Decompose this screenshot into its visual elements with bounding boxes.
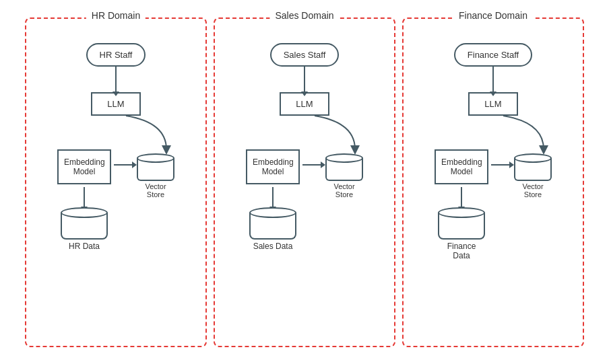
finance-domain-title: Finance Domain	[453, 10, 533, 21]
hr-data-node: HR Data	[61, 207, 108, 251]
finance-data-label: FinanceData	[447, 242, 476, 260]
hr-embedding-node: EmbeddingModel	[57, 149, 111, 184]
sales-vector-cyl-top	[325, 153, 363, 163]
hr-left-col: EmbeddingModel HR Data	[57, 149, 111, 251]
sales-llm-to-vector-svg	[227, 116, 382, 149]
finance-embedding-node: EmbeddingModel	[435, 149, 488, 184]
finance-bottom-row: EmbeddingModel FinanceData VectorStore	[416, 149, 571, 260]
hr-bottom-row: EmbeddingModel HR Data VectorStore	[38, 149, 193, 251]
hr-right-col: VectorStore	[137, 149, 174, 198]
hr-data-cyl-top	[61, 207, 108, 218]
finance-staff-to-llm-arrow	[492, 67, 494, 92]
hr-domain-box: HR Domain HR Staff LLM EmbeddingModel	[25, 17, 207, 347]
hr-staff-to-llm-arrow	[115, 67, 117, 92]
sales-embedding-to-data-arrow	[272, 187, 274, 207]
sales-bottom-row: EmbeddingModel Sales Data VectorStore	[227, 149, 382, 251]
finance-data-cyl-top	[438, 207, 485, 218]
diagram-container: HR Domain HR Staff LLM EmbeddingModel	[0, 0, 609, 364]
hr-staff-node: HR Staff	[86, 43, 146, 67]
finance-vector-label: VectorStore	[522, 182, 543, 198]
sales-data-node: Sales Data	[249, 207, 296, 251]
finance-right-col: VectorStore	[514, 149, 552, 198]
sales-left-col: EmbeddingModel Sales Data	[246, 149, 300, 251]
finance-staff-node: Finance Staff	[454, 43, 532, 67]
hr-domain-title: HR Domain	[86, 10, 146, 21]
hr-embed-to-vector-arrow	[114, 164, 133, 166]
hr-vector-store-node: VectorStore	[137, 153, 174, 198]
finance-embedding-to-data-arrow	[461, 187, 462, 207]
hr-llm-to-vector-svg	[38, 116, 193, 149]
finance-vector-cyl-top	[514, 153, 552, 163]
hr-data-label: HR Data	[69, 242, 100, 251]
finance-left-col: EmbeddingModel FinanceData	[435, 149, 488, 260]
sales-staff-to-llm-arrow	[304, 67, 305, 92]
sales-data-cyl-top	[249, 207, 296, 218]
finance-llm-to-vector-svg	[416, 116, 571, 149]
sales-staff-node: Sales Staff	[270, 43, 340, 67]
finance-data-node: FinanceData	[438, 207, 485, 260]
hr-vector-cyl-top	[137, 153, 174, 163]
sales-domain-title: Sales Domain	[269, 10, 339, 21]
sales-vector-label: VectorStore	[333, 182, 354, 198]
sales-right-col: VectorStore	[325, 149, 363, 198]
finance-embed-to-vector-arrow	[491, 164, 510, 166]
finance-vector-store-node: VectorStore	[514, 153, 552, 198]
sales-domain-box: Sales Domain Sales Staff LLM EmbeddingMo…	[214, 17, 395, 347]
finance-domain-box: Finance Domain Finance Staff LLM Embeddi…	[402, 17, 584, 347]
sales-data-label: Sales Data	[253, 242, 293, 251]
sales-embedding-node: EmbeddingModel	[246, 149, 300, 184]
hr-embedding-to-data-arrow	[84, 187, 85, 207]
sales-vector-store-node: VectorStore	[325, 153, 363, 198]
sales-embed-to-vector-arrow	[302, 164, 321, 166]
hr-vector-label: VectorStore	[145, 182, 166, 198]
